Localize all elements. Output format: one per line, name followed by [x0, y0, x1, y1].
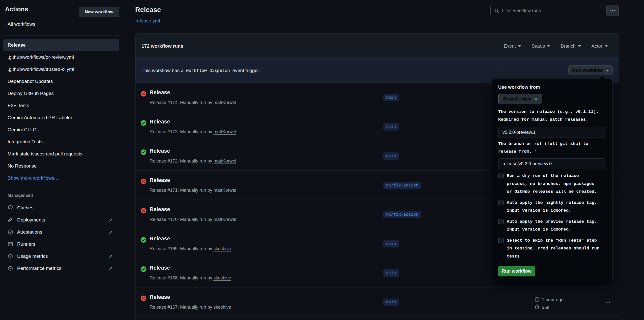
branch-label[interactable]: main — [383, 299, 399, 306]
sidebar-item-workflow[interactable]: Integration Tests — [3, 136, 119, 148]
run-title-link[interactable]: Release — [150, 89, 170, 96]
branch-label[interactable]: main — [383, 123, 399, 131]
sidebar-item-workflow[interactable]: Gemini CLI CI — [3, 124, 119, 136]
checkbox[interactable] — [498, 219, 503, 224]
branch-label[interactable]: main — [383, 240, 399, 247]
sidebar-item-workflow[interactable]: Dependabot Updates — [3, 75, 119, 87]
run-workflow-submit-button[interactable]: Run workflow — [498, 266, 535, 276]
run-title-link[interactable]: Release — [150, 119, 170, 125]
filter-label: Status — [532, 43, 545, 49]
version-input-label: The version to release (e.g., v0.1.11). … — [498, 108, 606, 123]
success-icon — [141, 237, 146, 243]
cache-icon — [8, 205, 13, 211]
management-section-label: Management — [8, 193, 33, 198]
new-workflow-button[interactable]: New workflow — [79, 7, 119, 17]
sidebar-item-workflow[interactable]: Mark stale issues and pull requests — [3, 148, 119, 160]
sidebar-item-label: Release — [8, 42, 26, 48]
sidebar-item-label: Performance metrics — [17, 266, 61, 271]
branch-selector-label: Branch: main — [503, 97, 531, 102]
checkbox-label: Select to skip the "Run Tests" step in t… — [507, 237, 599, 261]
run-title-link[interactable]: Release — [150, 206, 170, 213]
ref-input[interactable] — [498, 158, 606, 169]
workflow-list: Release.github/workflows/pr-review.yml.g… — [3, 39, 119, 184]
branch-label[interactable]: mk/fix-action — [383, 211, 421, 218]
dialog-checkbox-list: Run a dry-run of the release process; no… — [498, 172, 606, 260]
sidebar-item-deployments[interactable]: Deployments↗ — [3, 214, 119, 226]
branch-label[interactable]: mk/fix-action — [383, 182, 421, 189]
run-workflow-dropdown-label: Run workflow — [572, 68, 603, 73]
sidebar-item-workflow[interactable]: .github/workflows/pr-review.yml — [3, 51, 119, 63]
sidebar-item-runners[interactable]: Runners — [3, 238, 119, 250]
actor-link[interactable]: mattKorwel — [213, 100, 236, 105]
actor-link[interactable]: mattKorwel — [213, 158, 236, 164]
actor-link[interactable]: skeshive — [213, 275, 231, 280]
filter-dropdown-status[interactable]: Status — [532, 43, 550, 49]
run-options-kebab-button[interactable] — [602, 298, 614, 306]
workflow-file-link[interactable]: release.yml — [135, 18, 160, 24]
branch-label[interactable]: main — [383, 94, 399, 101]
filter-dropdown-event[interactable]: Event — [504, 43, 521, 49]
banner-text-prefix: This workflow has a — [142, 68, 184, 73]
failure-icon — [141, 208, 146, 213]
run-description: Release #171: Manually run by mattKorwel — [150, 188, 236, 193]
chevron-down-icon — [606, 70, 609, 72]
checkbox-label: Auto apply the nightly release tag, inpu… — [507, 199, 597, 215]
success-icon — [141, 149, 146, 155]
run-duration: 35s — [535, 304, 564, 311]
dialog-checkbox-row: Auto apply the preview release tag, inpu… — [498, 218, 606, 234]
filter-label: Event — [504, 43, 516, 49]
run-meta: 1 hour ago35s — [535, 296, 564, 311]
run-description: Release #167: Manually run by skeshive — [150, 305, 231, 310]
run-title-link[interactable]: Release — [150, 177, 170, 183]
stopwatch-icon — [535, 304, 540, 311]
sidebar-item-workflow[interactable]: No Response — [3, 160, 119, 172]
run-workflow-dropdown-button[interactable]: Run workflow — [568, 65, 613, 75]
workflow-options-kebab-button[interactable] — [606, 5, 619, 16]
branch-selector-button[interactable]: Branch: main — [498, 94, 543, 104]
management-list: CachesDeployments↗Attestations↗RunnersUs… — [3, 202, 119, 274]
sidebar-item-label: .github/workflows/trusted-ci.yml — [8, 67, 74, 72]
sidebar-item-workflow[interactable]: Deploy GitHub Pages — [3, 87, 119, 100]
actor-link[interactable]: skeshive — [213, 305, 231, 310]
sidebar-item-workflow[interactable]: E2E Tests — [3, 100, 119, 112]
actor-link[interactable]: skeshive — [213, 246, 231, 251]
sidebar-item-label: Caches — [17, 205, 33, 211]
sidebar-item-workflow[interactable]: .github/workflows/trusted-ci.yml — [3, 63, 119, 75]
filter-dropdown-actor[interactable]: Actor — [592, 43, 608, 49]
filter-dropdown-branch[interactable]: Branch — [561, 43, 581, 49]
checkbox[interactable] — [498, 173, 503, 178]
filter-workflow-runs-input[interactable] — [502, 8, 598, 13]
chevron-down-icon — [518, 45, 521, 47]
workflow-runs-count: 172 workflow runs — [142, 43, 183, 49]
sidebar-divider — [4, 187, 122, 187]
sidebar-item-label: Mark stale issues and pull requests — [8, 151, 82, 157]
sidebar-item-usage-metrics[interactable]: Usage metrics↗ — [3, 250, 119, 262]
run-title-link[interactable]: Release — [150, 148, 170, 154]
checkbox-label: Run a dry-run of the release process; no… — [507, 172, 597, 196]
sidebar-item-workflow[interactable]: Gemini Automated PR Labeler — [3, 112, 119, 124]
sidebar-show-more-link[interactable]: Show more workflows... — [3, 172, 119, 184]
run-title-link[interactable]: Release — [150, 265, 170, 271]
sidebar-item-label: Gemini Automated PR Labeler — [8, 115, 72, 120]
workflow-run-row[interactable]: ReleaseRelease #167: Manually run by ske… — [135, 287, 619, 317]
actor-link[interactable]: mattKorwel — [213, 188, 236, 193]
actor-link[interactable]: mattKorwel — [213, 217, 236, 222]
meter-icon — [8, 253, 13, 259]
run-duration-text: 35s — [542, 305, 549, 310]
sidebar-item-caches[interactable]: Caches — [3, 202, 119, 214]
branch-label[interactable]: main — [383, 269, 399, 277]
sidebar-item-attestations[interactable]: Attestations↗ — [3, 226, 119, 238]
checkbox[interactable] — [498, 238, 503, 243]
run-description: Release #169: Manually run by skeshive — [150, 246, 231, 251]
checkbox[interactable] — [498, 200, 503, 205]
branch-label[interactable]: main — [383, 152, 399, 160]
run-title-link[interactable]: Release — [150, 236, 170, 242]
sidebar-item-all-workflows[interactable]: All workflows — [3, 19, 119, 29]
banner-event-code: workflow_dispatch — [186, 68, 230, 73]
sidebar-item-workflow[interactable]: Release — [3, 39, 119, 51]
sidebar-item-performance-metrics[interactable]: Performance metrics↗ — [3, 262, 119, 274]
run-title-link[interactable]: Release — [150, 294, 170, 300]
sidebar-item-label: No Response — [8, 163, 37, 169]
actor-link[interactable]: mattKorwel — [213, 129, 236, 134]
version-input[interactable] — [498, 127, 606, 138]
